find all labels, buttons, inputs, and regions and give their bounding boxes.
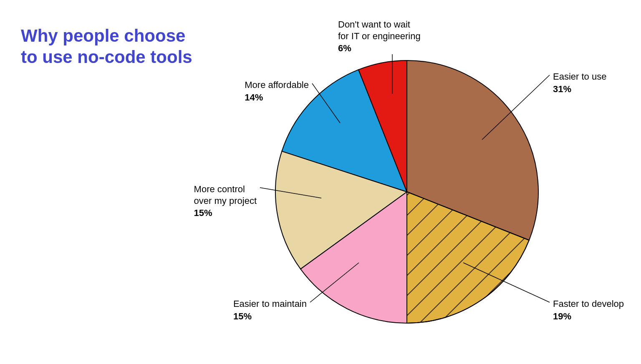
slice-label: Don't want to waitfor IT or engineering6… bbox=[338, 19, 421, 54]
slice-label-pct: 15% bbox=[233, 311, 307, 322]
slice-label-pct: 15% bbox=[194, 207, 257, 219]
slice-label: More affordable14% bbox=[245, 79, 309, 103]
slice-label: Faster to develop19% bbox=[553, 298, 624, 322]
slice-label-pct: 31% bbox=[553, 83, 606, 95]
slice-label-text: Easier to maintain bbox=[233, 298, 307, 310]
chart-stage: Why people choose to use no-code tools E… bbox=[0, 0, 641, 364]
chart-title-line1: Why people choose bbox=[21, 26, 185, 45]
chart-title: Why people choose to use no-code tools bbox=[21, 25, 192, 68]
chart-title-line2: to use no-code tools bbox=[21, 47, 192, 67]
slice-label-pct: 14% bbox=[245, 92, 309, 103]
slice-label-text: More controlover my project bbox=[194, 183, 257, 206]
slice-label-pct: 19% bbox=[553, 311, 624, 322]
slice-label: Easier to maintain15% bbox=[233, 298, 307, 322]
slice-label: More controlover my project15% bbox=[194, 183, 257, 219]
slice-label-text: Faster to develop bbox=[553, 298, 624, 310]
slice-label: Easier to use31% bbox=[553, 71, 606, 95]
slice-label-text: Easier to use bbox=[553, 71, 606, 83]
slice-label-text: More affordable bbox=[245, 79, 309, 91]
slice-label-text: Don't want to waitfor IT or engineering bbox=[338, 19, 421, 42]
slice-label-pct: 6% bbox=[338, 43, 421, 54]
